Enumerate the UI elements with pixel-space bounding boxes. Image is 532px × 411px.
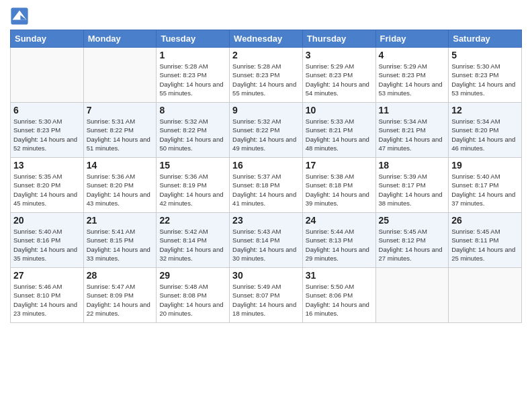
calendar-day: 10Sunrise: 5:33 AM Sunset: 8:21 PM Dayli… xyxy=(302,103,375,158)
day-info: Sunrise: 5:49 AM Sunset: 8:07 PM Dayligh… xyxy=(232,282,300,318)
day-info: Sunrise: 5:40 AM Sunset: 8:16 PM Dayligh… xyxy=(13,227,81,263)
calendar-day: 15Sunrise: 5:36 AM Sunset: 8:19 PM Dayli… xyxy=(157,158,230,213)
day-number: 11 xyxy=(379,105,446,116)
logo xyxy=(10,7,30,26)
calendar-table: SundayMondayTuesdayWednesdayThursdayFrid… xyxy=(10,30,522,323)
day-number: 30 xyxy=(232,270,300,281)
day-info: Sunrise: 5:37 AM Sunset: 8:18 PM Dayligh… xyxy=(232,172,300,208)
day-info: Sunrise: 5:41 AM Sunset: 8:15 PM Dayligh… xyxy=(87,227,154,263)
header-row: SundayMondayTuesdayWednesdayThursdayFrid… xyxy=(11,30,522,48)
day-info: Sunrise: 5:29 AM Sunset: 8:23 PM Dayligh… xyxy=(306,62,373,97)
day-info: Sunrise: 5:32 AM Sunset: 8:22 PM Dayligh… xyxy=(232,117,300,152)
day-info: Sunrise: 5:40 AM Sunset: 8:17 PM Dayligh… xyxy=(451,172,519,208)
day-info: Sunrise: 5:33 AM Sunset: 8:21 PM Dayligh… xyxy=(306,117,373,152)
day-number: 13 xyxy=(13,160,81,171)
day-number: 24 xyxy=(306,215,373,226)
calendar-day: 24Sunrise: 5:44 AM Sunset: 8:13 PM Dayli… xyxy=(302,213,375,268)
day-info: Sunrise: 5:28 AM Sunset: 8:23 PM Dayligh… xyxy=(232,62,300,97)
day-number: 7 xyxy=(87,105,154,116)
calendar-day: 3Sunrise: 5:29 AM Sunset: 8:23 PM Daylig… xyxy=(302,48,375,103)
day-number: 22 xyxy=(159,215,226,226)
calendar-day: 18Sunrise: 5:39 AM Sunset: 8:17 PM Dayli… xyxy=(375,158,449,213)
calendar-day: 9Sunrise: 5:32 AM Sunset: 8:22 PM Daylig… xyxy=(230,103,303,158)
day-number: 27 xyxy=(13,270,81,281)
day-number: 8 xyxy=(159,105,226,116)
calendar-week-5: 27Sunrise: 5:46 AM Sunset: 8:10 PM Dayli… xyxy=(11,268,522,323)
column-header-thursday: Thursday xyxy=(302,30,375,48)
calendar-day xyxy=(375,268,449,323)
day-info: Sunrise: 5:29 AM Sunset: 8:23 PM Dayligh… xyxy=(379,62,446,97)
calendar-day: 8Sunrise: 5:32 AM Sunset: 8:22 PM Daylig… xyxy=(157,103,230,158)
day-info: Sunrise: 5:38 AM Sunset: 8:18 PM Dayligh… xyxy=(306,172,373,208)
calendar-day: 11Sunrise: 5:34 AM Sunset: 8:21 PM Dayli… xyxy=(375,103,449,158)
day-number: 17 xyxy=(306,160,373,171)
day-number: 15 xyxy=(159,160,226,171)
calendar-day: 28Sunrise: 5:47 AM Sunset: 8:09 PM Dayli… xyxy=(83,268,157,323)
column-header-saturday: Saturday xyxy=(449,30,522,48)
day-number: 23 xyxy=(232,215,300,226)
calendar-week-4: 20Sunrise: 5:40 AM Sunset: 8:16 PM Dayli… xyxy=(11,213,522,268)
calendar-day: 21Sunrise: 5:41 AM Sunset: 8:15 PM Dayli… xyxy=(83,213,157,268)
calendar-day: 26Sunrise: 5:45 AM Sunset: 8:11 PM Dayli… xyxy=(449,213,522,268)
calendar-day: 4Sunrise: 5:29 AM Sunset: 8:23 PM Daylig… xyxy=(375,48,449,103)
day-number: 26 xyxy=(451,215,519,226)
calendar-day: 5Sunrise: 5:30 AM Sunset: 8:23 PM Daylig… xyxy=(449,48,522,103)
calendar-day: 22Sunrise: 5:42 AM Sunset: 8:14 PM Dayli… xyxy=(157,213,230,268)
day-info: Sunrise: 5:34 AM Sunset: 8:21 PM Dayligh… xyxy=(379,117,446,152)
day-info: Sunrise: 5:30 AM Sunset: 8:23 PM Dayligh… xyxy=(451,62,519,97)
calendar-day: 31Sunrise: 5:50 AM Sunset: 8:06 PM Dayli… xyxy=(302,268,375,323)
column-header-monday: Monday xyxy=(83,30,157,48)
day-number: 18 xyxy=(379,160,446,171)
day-info: Sunrise: 5:34 AM Sunset: 8:20 PM Dayligh… xyxy=(451,117,519,152)
day-number: 19 xyxy=(451,160,519,171)
column-header-sunday: Sunday xyxy=(11,30,84,48)
calendar-day: 14Sunrise: 5:36 AM Sunset: 8:20 PM Dayli… xyxy=(83,158,157,213)
calendar-day: 23Sunrise: 5:43 AM Sunset: 8:14 PM Dayli… xyxy=(230,213,303,268)
calendar-day: 12Sunrise: 5:34 AM Sunset: 8:20 PM Dayli… xyxy=(449,103,522,158)
logo-icon xyxy=(10,7,29,26)
calendar-day: 13Sunrise: 5:35 AM Sunset: 8:20 PM Dayli… xyxy=(11,158,84,213)
day-info: Sunrise: 5:39 AM Sunset: 8:17 PM Dayligh… xyxy=(379,172,446,208)
calendar-week-3: 13Sunrise: 5:35 AM Sunset: 8:20 PM Dayli… xyxy=(11,158,522,213)
calendar-day: 19Sunrise: 5:40 AM Sunset: 8:17 PM Dayli… xyxy=(449,158,522,213)
column-header-friday: Friday xyxy=(375,30,449,48)
day-info: Sunrise: 5:44 AM Sunset: 8:13 PM Dayligh… xyxy=(306,227,373,263)
day-info: Sunrise: 5:36 AM Sunset: 8:20 PM Dayligh… xyxy=(87,172,154,208)
day-number: 29 xyxy=(159,270,226,281)
day-number: 9 xyxy=(232,105,300,116)
day-info: Sunrise: 5:31 AM Sunset: 8:22 PM Dayligh… xyxy=(87,117,154,152)
day-number: 6 xyxy=(13,105,81,116)
day-number: 2 xyxy=(232,50,300,60)
day-info: Sunrise: 5:45 AM Sunset: 8:12 PM Dayligh… xyxy=(379,227,446,263)
day-info: Sunrise: 5:36 AM Sunset: 8:19 PM Dayligh… xyxy=(159,172,226,208)
day-number: 1 xyxy=(159,50,226,60)
day-number: 25 xyxy=(379,215,446,226)
day-number: 20 xyxy=(13,215,81,226)
day-number: 16 xyxy=(232,160,300,171)
day-info: Sunrise: 5:45 AM Sunset: 8:11 PM Dayligh… xyxy=(451,227,519,263)
day-number: 5 xyxy=(451,50,519,60)
day-info: Sunrise: 5:50 AM Sunset: 8:06 PM Dayligh… xyxy=(306,282,373,318)
calendar-day: 30Sunrise: 5:49 AM Sunset: 8:07 PM Dayli… xyxy=(230,268,303,323)
calendar-day xyxy=(449,268,522,323)
day-number: 12 xyxy=(451,105,519,116)
day-info: Sunrise: 5:32 AM Sunset: 8:22 PM Dayligh… xyxy=(159,117,226,152)
day-info: Sunrise: 5:46 AM Sunset: 8:10 PM Dayligh… xyxy=(13,282,81,318)
calendar-day: 27Sunrise: 5:46 AM Sunset: 8:10 PM Dayli… xyxy=(11,268,84,323)
calendar-day: 25Sunrise: 5:45 AM Sunset: 8:12 PM Dayli… xyxy=(375,213,449,268)
calendar-day: 16Sunrise: 5:37 AM Sunset: 8:18 PM Dayli… xyxy=(230,158,303,213)
day-number: 4 xyxy=(379,50,446,60)
day-number: 31 xyxy=(306,270,373,281)
day-number: 21 xyxy=(87,215,154,226)
calendar-day: 1Sunrise: 5:28 AM Sunset: 8:23 PM Daylig… xyxy=(157,48,230,103)
calendar-day: 7Sunrise: 5:31 AM Sunset: 8:22 PM Daylig… xyxy=(83,103,157,158)
calendar-day: 17Sunrise: 5:38 AM Sunset: 8:18 PM Dayli… xyxy=(302,158,375,213)
day-info: Sunrise: 5:47 AM Sunset: 8:09 PM Dayligh… xyxy=(87,282,154,318)
calendar-day: 6Sunrise: 5:30 AM Sunset: 8:23 PM Daylig… xyxy=(11,103,84,158)
calendar-day: 29Sunrise: 5:48 AM Sunset: 8:08 PM Dayli… xyxy=(157,268,230,323)
calendar-day: 20Sunrise: 5:40 AM Sunset: 8:16 PM Dayli… xyxy=(11,213,84,268)
calendar-week-2: 6Sunrise: 5:30 AM Sunset: 8:23 PM Daylig… xyxy=(11,103,522,158)
day-number: 10 xyxy=(306,105,373,116)
calendar-day: 2Sunrise: 5:28 AM Sunset: 8:23 PM Daylig… xyxy=(230,48,303,103)
calendar-week-1: 1Sunrise: 5:28 AM Sunset: 8:23 PM Daylig… xyxy=(11,48,522,103)
